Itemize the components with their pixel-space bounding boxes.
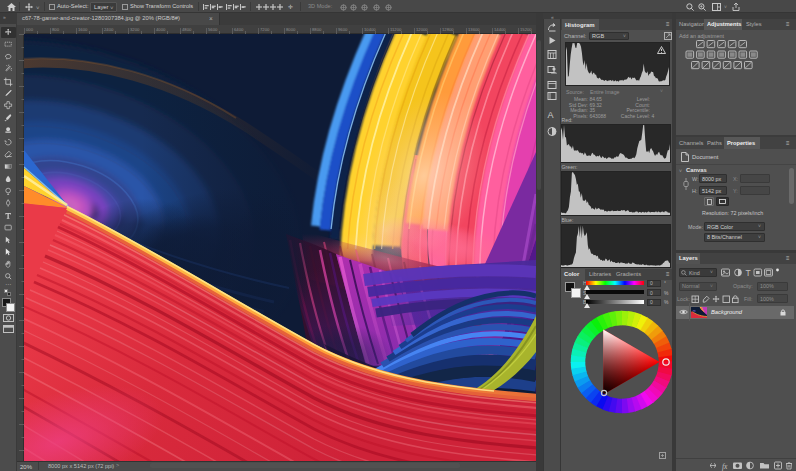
svg-text:12000: 12000 (416, 27, 428, 32)
svg-text:13600: 13600 (468, 27, 480, 32)
svg-text:6400: 6400 (234, 27, 244, 32)
svg-text:T: T (746, 268, 751, 278)
svg-text:A: A (548, 110, 554, 120)
svg-text:3200: 3200 (130, 27, 140, 32)
svg-text:10400: 10400 (364, 27, 376, 32)
svg-text:4000: 4000 (156, 27, 166, 32)
svg-text:15200: 15200 (520, 27, 532, 32)
svg-text:1600: 1600 (78, 27, 88, 32)
svg-text:4800: 4800 (182, 27, 192, 32)
svg-text:fx: fx (722, 462, 728, 471)
svg-text:9600: 9600 (338, 27, 348, 32)
svg-text:8800: 8800 (312, 27, 322, 32)
svg-text:000: 000 (26, 27, 34, 32)
svg-text:12800: 12800 (442, 27, 454, 32)
svg-text:2400: 2400 (104, 27, 114, 32)
svg-text:11200: 11200 (390, 27, 402, 32)
svg-text:5600: 5600 (208, 27, 218, 32)
svg-text:14400: 14400 (494, 27, 506, 32)
svg-text:8000: 8000 (286, 27, 296, 32)
svg-text:800: 800 (52, 27, 60, 32)
svg-text:7200: 7200 (260, 27, 270, 32)
